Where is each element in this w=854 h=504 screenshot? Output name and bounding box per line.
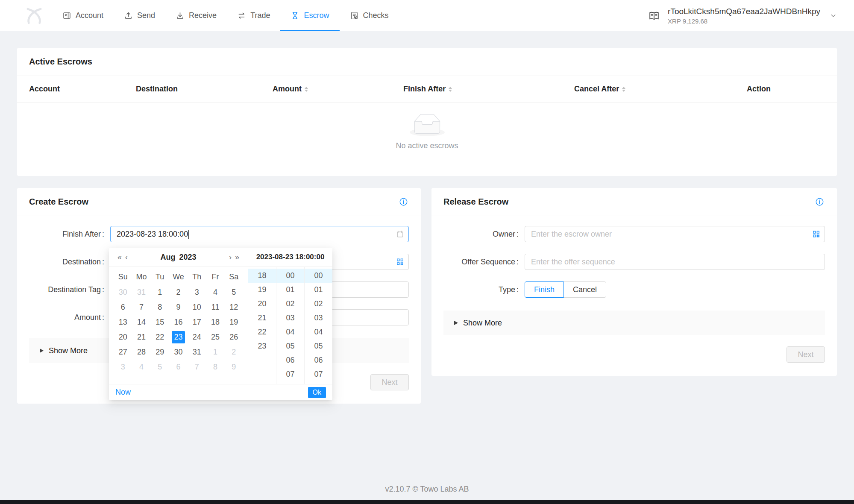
info-icon[interactable] xyxy=(399,197,408,206)
minute-cell[interactable]: 02 xyxy=(276,297,304,311)
second-cell[interactable]: 03 xyxy=(305,311,332,325)
minute-cell[interactable]: 04 xyxy=(276,325,304,339)
hour-cell[interactable]: 20 xyxy=(248,297,276,311)
app-logo[interactable] xyxy=(22,4,46,28)
column-header-cancel-after[interactable]: Cancel After xyxy=(574,85,747,94)
hour-cell[interactable]: 18 xyxy=(248,269,276,283)
minute-cell[interactable]: 07 xyxy=(276,367,304,381)
calendar-day[interactable]: 13 xyxy=(114,315,132,330)
calendar-day[interactable]: 5 xyxy=(225,285,243,300)
calendar-day[interactable]: 5 xyxy=(151,360,169,375)
next-month-icon[interactable]: › xyxy=(227,253,233,261)
prev-month-icon[interactable]: ‹ xyxy=(123,253,129,261)
calendar-day[interactable]: 24 xyxy=(188,330,206,345)
second-cell[interactable]: 02 xyxy=(305,297,332,311)
calendar-day[interactable]: 21 xyxy=(132,330,150,345)
calendar-day[interactable]: 9 xyxy=(169,300,188,315)
calendar-day[interactable]: 11 xyxy=(206,300,224,315)
hour-cell[interactable]: 19 xyxy=(248,283,276,297)
calendar-day[interactable]: 25 xyxy=(206,330,224,345)
calendar-day[interactable]: 27 xyxy=(114,345,132,360)
calendar-day[interactable]: 7 xyxy=(188,360,206,375)
calendar-day[interactable]: 1 xyxy=(206,345,224,360)
second-cell[interactable]: 06 xyxy=(305,353,332,367)
tab-escrow[interactable]: Escrow xyxy=(280,0,339,31)
calendar-day[interactable]: 14 xyxy=(132,315,150,330)
minute-cell[interactable]: 00 xyxy=(276,269,304,283)
tab-checks[interactable]: Checks xyxy=(340,0,399,31)
calendar-day[interactable]: 4 xyxy=(206,285,224,300)
calendar-day[interactable]: 31 xyxy=(132,285,150,300)
account-selector[interactable]: rTooLkitCksh5mQa67eaa2JaWHDBnHkpy XRP 9,… xyxy=(648,7,837,25)
qr-scan-icon[interactable] xyxy=(812,230,820,238)
qr-scan-icon[interactable] xyxy=(396,258,404,266)
second-cell[interactable]: 04 xyxy=(305,325,332,339)
calendar-day[interactable]: 7 xyxy=(132,300,150,315)
type-option-cancel[interactable]: Cancel xyxy=(563,281,606,298)
chevron-down-icon[interactable] xyxy=(830,12,837,19)
column-header-amount[interactable]: Amount xyxy=(273,85,403,94)
sort-icon[interactable] xyxy=(622,87,625,92)
calendar-day[interactable]: 28 xyxy=(132,345,150,360)
now-link[interactable]: Now xyxy=(115,388,131,397)
second-cell[interactable]: 05 xyxy=(305,339,332,353)
calendar-day[interactable]: 6 xyxy=(169,360,188,375)
hour-cell[interactable]: 23 xyxy=(248,339,276,353)
calendar-day[interactable]: 10 xyxy=(188,300,206,315)
tab-receive[interactable]: Receive xyxy=(165,0,227,31)
calendar-day[interactable]: 30 xyxy=(114,285,132,300)
sort-icon[interactable] xyxy=(449,87,452,92)
calendar-day[interactable]: 3 xyxy=(114,360,132,375)
calendar-day[interactable]: 30 xyxy=(169,345,188,360)
calendar-day[interactable]: 15 xyxy=(151,315,169,330)
calendar-day[interactable]: 8 xyxy=(151,300,169,315)
calendar-day[interactable]: 9 xyxy=(225,360,243,375)
calendar-day[interactable]: 19 xyxy=(225,315,243,330)
second-cell[interactable]: 07 xyxy=(305,367,332,381)
calendar-day[interactable]: 1 xyxy=(151,285,169,300)
calendar-day[interactable]: 16 xyxy=(169,315,188,330)
prev-year-icon[interactable]: « xyxy=(116,253,123,261)
hour-cell[interactable]: 21 xyxy=(248,311,276,325)
calendar-day-selected[interactable]: 23 xyxy=(169,330,188,345)
calendar-day[interactable]: 29 xyxy=(151,345,169,360)
offer-sequence-input[interactable] xyxy=(525,254,825,270)
calendar-day[interactable]: 31 xyxy=(188,345,206,360)
ok-button[interactable]: Ok xyxy=(308,387,326,398)
calendar-day[interactable]: 3 xyxy=(188,285,206,300)
hour-cell[interactable]: 22 xyxy=(248,325,276,339)
calendar-day[interactable]: 2 xyxy=(225,345,243,360)
calendar-day[interactable]: 12 xyxy=(225,300,243,315)
calendar-day[interactable]: 22 xyxy=(151,330,169,345)
second-cell[interactable]: 01 xyxy=(305,283,332,297)
owner-input[interactable] xyxy=(525,226,825,242)
next-button[interactable]: Next xyxy=(370,374,409,390)
sort-icon[interactable] xyxy=(305,87,308,92)
second-cell[interactable]: 00 xyxy=(305,269,332,283)
calendar-day[interactable]: 4 xyxy=(132,360,150,375)
next-button[interactable]: Next xyxy=(787,346,825,363)
month-select[interactable]: Aug xyxy=(160,253,175,261)
minute-cell[interactable]: 06 xyxy=(276,353,304,367)
tab-send[interactable]: Send xyxy=(114,0,165,31)
calendar-day[interactable]: 6 xyxy=(114,300,132,315)
calendar-day[interactable]: 2 xyxy=(169,285,188,300)
minute-cell[interactable]: 05 xyxy=(276,339,304,353)
show-more-toggle[interactable]: Show More xyxy=(443,311,825,335)
calendar-icon[interactable] xyxy=(396,230,404,238)
calendar-day[interactable]: 26 xyxy=(225,330,243,345)
year-select[interactable]: 2023 xyxy=(179,253,196,261)
type-option-finish[interactable]: Finish xyxy=(525,281,564,298)
next-year-icon[interactable]: » xyxy=(233,253,241,261)
minute-cell[interactable]: 03 xyxy=(276,311,304,325)
calendar-day[interactable]: 18 xyxy=(206,315,224,330)
info-icon[interactable] xyxy=(815,197,824,206)
calendar-day[interactable]: 8 xyxy=(206,360,224,375)
finish-after-input[interactable]: 2023-08-23 18:00:00 xyxy=(110,226,409,242)
address-book-icon[interactable] xyxy=(648,10,660,22)
minute-cell[interactable]: 01 xyxy=(276,283,304,297)
tab-trade[interactable]: Trade xyxy=(227,0,280,31)
calendar-day[interactable]: 17 xyxy=(188,315,206,330)
calendar-day[interactable]: 20 xyxy=(114,330,132,345)
tab-account[interactable]: Account xyxy=(52,0,114,31)
